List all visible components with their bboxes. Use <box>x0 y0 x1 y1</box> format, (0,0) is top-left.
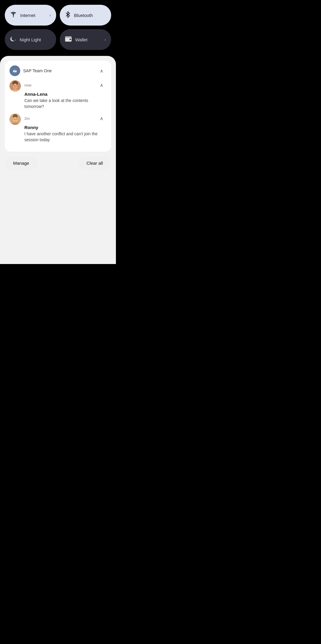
bluetooth-icon <box>65 11 70 19</box>
svg-point-9 <box>14 86 15 86</box>
bluetooth-label: Bluetooth <box>74 13 106 18</box>
ronny-time-row: 2m ∧ <box>24 114 106 123</box>
wallet-tile[interactable]: Wallet › <box>60 29 111 50</box>
ronny-avatar <box>10 114 21 125</box>
collapse-anna-button[interactable]: ∧ <box>97 80 106 90</box>
app-name: SAP Team One <box>23 68 94 73</box>
wallet-chevron-icon: › <box>104 37 106 42</box>
svg-point-0 <box>13 16 14 17</box>
internet-label: Internet <box>20 13 46 18</box>
svg-rect-3 <box>70 39 71 40</box>
internet-chevron-icon: › <box>49 13 51 18</box>
moon-icon <box>10 36 16 43</box>
svg-point-5 <box>15 69 17 70</box>
anna-avatar <box>10 80 21 92</box>
bluetooth-tile[interactable]: Bluetooth <box>60 5 111 26</box>
quick-tiles: Internet › Bluetooth Night Light <box>0 0 116 50</box>
night-light-label: Night Light <box>20 37 51 42</box>
message-item: now ∧ Anna-Lena Can we take a look at th… <box>10 80 106 109</box>
collapse-app-button[interactable]: ∧ <box>97 66 106 76</box>
svg-point-16 <box>14 119 15 120</box>
ronny-text: I have another conflict and can't join t… <box>24 131 106 143</box>
manage-button[interactable]: Manage <box>5 156 37 170</box>
anna-message-content: now ∧ Anna-Lena Can we take a look at th… <box>24 80 106 109</box>
ronny-message-content: 2m ∧ Ronny I have another conflict and c… <box>24 114 106 143</box>
collapse-ronny-button[interactable]: ∧ <box>97 114 106 123</box>
notification-panel: SAP Team One ∧ <box>0 56 116 264</box>
wallet-icon <box>65 36 72 43</box>
internet-tile[interactable]: Internet › <box>5 5 56 26</box>
anna-text: Can we take a look at the contents tomor… <box>24 98 106 109</box>
wallet-label: Wallet <box>75 37 101 42</box>
night-light-tile[interactable]: Night Light <box>5 29 56 50</box>
anna-time: now <box>24 83 32 87</box>
anna-sender: Anna-Lena <box>24 92 106 97</box>
anna-time-row: now ∧ <box>24 80 106 90</box>
app-icon <box>10 65 20 76</box>
message-item: 2m ∧ Ronny I have another conflict and c… <box>10 114 106 143</box>
clear-all-button[interactable]: Clear all <box>78 156 111 170</box>
wifi-icon <box>10 12 17 19</box>
svg-point-18 <box>15 120 15 120</box>
svg-point-10 <box>16 86 16 86</box>
svg-rect-2 <box>65 36 72 38</box>
ronny-sender: Ronny <box>24 125 106 130</box>
ronny-time: 2m <box>24 116 30 121</box>
notif-app-header: SAP Team One ∧ <box>10 65 106 76</box>
notification-card: SAP Team One ∧ <box>5 61 111 152</box>
svg-point-17 <box>16 119 16 120</box>
svg-point-8 <box>13 84 17 89</box>
svg-point-15 <box>13 117 17 122</box>
action-buttons: Manage Clear all <box>5 155 111 170</box>
svg-point-11 <box>15 87 15 87</box>
